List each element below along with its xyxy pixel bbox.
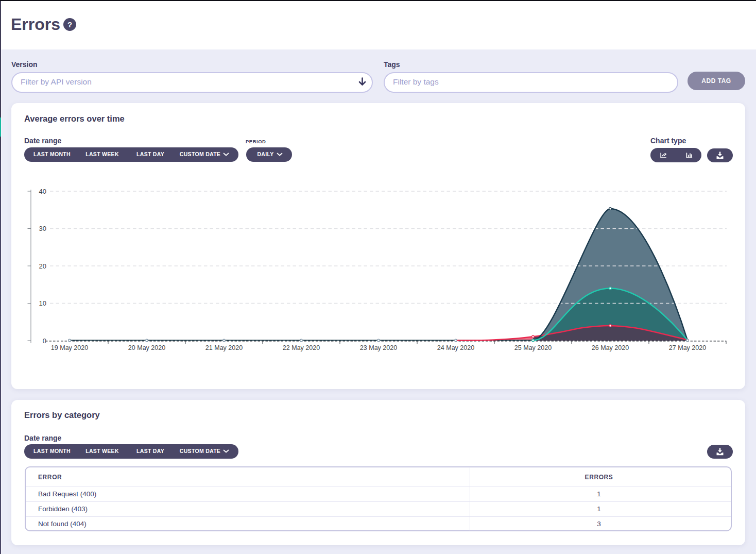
svg-text:26 May 2020: 26 May 2020	[592, 344, 629, 351]
svg-text:0: 0	[43, 337, 46, 345]
svg-text:40: 40	[39, 188, 46, 195]
svg-text:23 May 2020: 23 May 2020	[360, 344, 397, 351]
svg-text:21 May 2020: 21 May 2020	[205, 344, 243, 351]
svg-text:10: 10	[39, 299, 46, 307]
svg-text:27 May 2020: 27 May 2020	[669, 344, 706, 351]
svg-text:22 May 2020: 22 May 2020	[283, 344, 320, 351]
svg-text:30: 30	[39, 225, 46, 232]
svg-text:24 May 2020: 24 May 2020	[437, 344, 474, 351]
svg-text:19 May 2020: 19 May 2020	[51, 344, 88, 351]
svg-text:25 May 2020: 25 May 2020	[514, 344, 552, 351]
svg-text:20 May 2020: 20 May 2020	[128, 344, 165, 351]
svg-text:20: 20	[39, 262, 46, 270]
